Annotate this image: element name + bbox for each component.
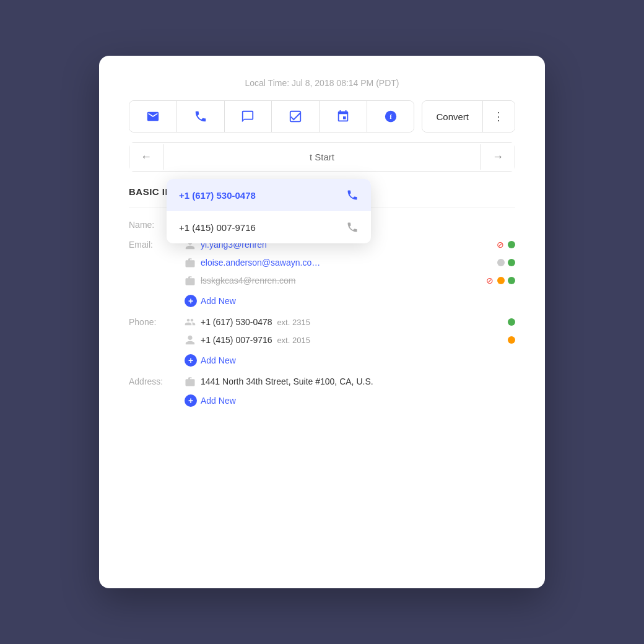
- nav-forward-button[interactable]: →: [481, 143, 515, 171]
- svg-rect-0: [290, 111, 301, 122]
- phone-row: Phone: +1 (617) 530-0478 ext. 2315 +1 (: [129, 316, 515, 367]
- email-address-2[interactable]: eloise.anderson@sawayn.co…: [201, 258, 487, 268]
- briefcase-icon-2: [185, 275, 196, 286]
- address-row: Address: 1441 North 34th Street, Suite #…: [129, 375, 515, 407]
- status-dot-green-2: [508, 259, 515, 266]
- calendar-icon: [336, 110, 350, 123]
- address-briefcase-icon: [185, 376, 196, 387]
- calendar-button[interactable]: [320, 101, 367, 132]
- more-button[interactable]: ⋮: [483, 101, 515, 132]
- email-button[interactable]: [129, 101, 177, 132]
- phone-option-1[interactable]: +1 (617) 530-0478: [167, 179, 371, 211]
- contact-card: Local Time: Jul 8, 2018 08:14 PM (PDT): [99, 56, 545, 588]
- address-value: 1441 North 34th Street, Suite #100, CA, …: [185, 375, 515, 407]
- phone-dropdown: +1 (617) 530-0478 +1 (415) 007-9716: [167, 179, 371, 243]
- phone-values: +1 (617) 530-0478 ext. 2315 +1 (415) 007…: [185, 316, 515, 367]
- phone-button[interactable]: [177, 101, 225, 132]
- phone-item-1: +1 (617) 530-0478 ext. 2315: [185, 316, 515, 328]
- address-item: 1441 North 34th Street, Suite #100, CA, …: [185, 375, 515, 388]
- nav-bar: ← t Start → +1 (617) 530-0478 +1 (415) 0…: [129, 142, 515, 172]
- add-phone-icon: +: [185, 354, 197, 367]
- status-dot-green-1: [508, 241, 515, 248]
- svg-text:f: f: [389, 113, 392, 120]
- phone-number-item-1: +1 (617) 530-0478 ext. 2315: [201, 317, 503, 327]
- phone-status-1: [508, 318, 515, 326]
- sms-icon: [241, 110, 255, 123]
- email-values: yi.yang3@renren ⊘ eloise.anderson@sawayn…: [185, 238, 515, 307]
- person-icon-2: [185, 334, 196, 346]
- phone-list: +1 (617) 530-0478 ext. 2315 +1 (415) 007…: [185, 316, 515, 367]
- phone-ext-1: ext. 2315: [277, 318, 310, 327]
- app-button[interactable]: f: [367, 101, 414, 132]
- email-icon: [146, 110, 160, 123]
- task-button[interactable]: [272, 101, 320, 132]
- add-address-icon: +: [185, 394, 197, 407]
- email-address-3[interactable]: lsskgkcas4@renren.com: [201, 276, 476, 285]
- phone-number-2: +1 (415) 007-9716: [179, 222, 256, 233]
- briefcase-icon-1: [185, 257, 196, 268]
- status-icons-3: ⊘: [485, 276, 515, 285]
- phone-status-2: [508, 336, 515, 344]
- convert-group: Convert ⋮: [422, 100, 515, 133]
- local-time: Local Time: Jul 8, 2018 08:14 PM (PDT): [129, 78, 515, 88]
- status-dot-gray-2: [497, 259, 505, 266]
- convert-button[interactable]: Convert: [422, 101, 483, 132]
- add-email-button[interactable]: + Add New: [185, 295, 515, 307]
- ban-icon-3: ⊘: [485, 276, 494, 285]
- email-item-3: lsskgkcas4@renren.com ⊘: [185, 274, 515, 286]
- phone-ext-2: ext. 2015: [277, 336, 310, 345]
- task-icon: [289, 110, 302, 123]
- action-bar: f Convert ⋮: [129, 100, 515, 133]
- phone-icon: [194, 110, 207, 123]
- address-label: Address:: [129, 375, 185, 386]
- add-email-icon: +: [185, 295, 197, 307]
- email-item-2: eloise.anderson@sawayn.co…: [185, 256, 515, 268]
- status-dot-green-3: [508, 277, 515, 284]
- add-phone-label: Add New: [201, 355, 236, 365]
- email-row: Email: yi.yang3@renren ⊘: [129, 238, 515, 307]
- phone-call-icon-2: [346, 221, 359, 233]
- app-icon: f: [384, 110, 398, 123]
- phone-number-1: +1 (617) 530-0478: [179, 190, 256, 201]
- phone-option-2[interactable]: +1 (415) 007-9716: [167, 211, 371, 243]
- phone-number-item-2: +1 (415) 007-9716 ext. 2015: [201, 335, 503, 345]
- sms-button[interactable]: [225, 101, 272, 132]
- add-email-label: Add New: [201, 296, 236, 306]
- nav-back-button[interactable]: ←: [129, 143, 163, 171]
- icon-group: f: [129, 100, 414, 133]
- status-icons-1: ⊘: [496, 240, 515, 249]
- phone-label: Phone:: [129, 316, 185, 327]
- status-icons-2: [497, 259, 515, 266]
- phone-item-2: +1 (415) 007-9716 ext. 2015: [185, 334, 515, 346]
- ban-icon-1: ⊘: [496, 240, 505, 249]
- status-dot-orange-3: [497, 277, 505, 284]
- email-list: yi.yang3@renren ⊘ eloise.anderson@sawayn…: [185, 238, 515, 307]
- address-text: 1441 North 34th Street, Suite #100, CA, …: [201, 375, 373, 388]
- add-address-label: Add New: [201, 396, 236, 406]
- multi-person-icon-1: [185, 316, 196, 328]
- add-phone-button[interactable]: + Add New: [185, 354, 515, 367]
- phone-call-icon-1: [346, 189, 359, 201]
- nav-label: t Start: [163, 144, 481, 170]
- add-address-button[interactable]: + Add New: [185, 394, 515, 407]
